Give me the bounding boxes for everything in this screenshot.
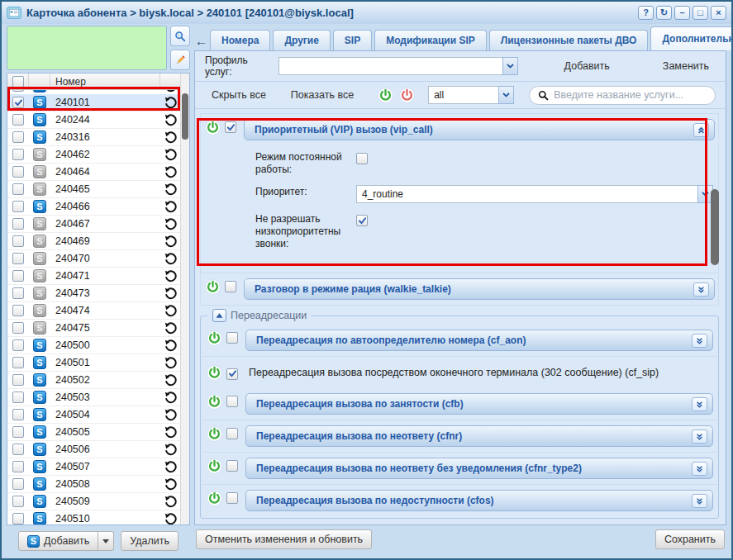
history-button[interactable] [160,149,180,161]
list-item[interactable]: S240510 [7,510,180,524]
row-checkbox[interactable] [12,461,24,472]
history-button[interactable] [160,201,180,213]
row-checkbox[interactable] [12,253,24,264]
service-checkbox[interactable] [225,281,236,292]
row-checkbox[interactable] [12,97,24,108]
row-checkbox[interactable] [12,426,24,438]
service-panel-header[interactable]: Разговор в режиме рация (walkie_talkie) [244,278,715,300]
row-checkbox[interactable] [12,90,24,92]
service-checkbox[interactable] [226,332,238,344]
profile-replace-button[interactable]: Заменить [656,57,716,75]
disable-all-icon[interactable] [398,87,415,103]
history-button[interactable] [160,235,180,248]
power-icon[interactable] [206,330,222,346]
history-button[interactable] [160,218,180,230]
expand-icon[interactable] [693,282,709,297]
list-item[interactable]: S240500 [7,337,180,354]
list-item[interactable]: S240506 [7,441,180,458]
row-checkbox[interactable] [12,183,24,195]
list-item[interactable]: S240462 [7,146,180,164]
row-checkbox[interactable] [12,496,24,507]
history-button[interactable] [160,270,180,282]
search-button[interactable] [170,26,190,46]
history-button[interactable] [160,444,180,456]
chevron-down-icon[interactable] [502,57,518,75]
expand-icon[interactable] [692,462,707,476]
hide-all-button[interactable]: Скрыть все [205,86,273,104]
service-panel-header[interactable]: Переадресация вызова по неответу без уве… [245,458,713,479]
history-button[interactable] [160,513,180,525]
select-all-checkbox[interactable] [12,76,24,88]
list-item[interactable]: S240467 [7,216,180,233]
close-button[interactable]: × [711,6,726,20]
power-icon[interactable] [206,425,222,442]
power-icon[interactable] [206,393,222,410]
service-panel-header[interactable]: Переадресация вызова по недоступности (c… [245,490,713,511]
add-subscriber-button[interactable]: S Добавить [18,531,98,551]
history-button[interactable] [160,97,180,109]
tab-scroll-left-icon[interactable]: ← [195,31,207,50]
number-column-header[interactable]: Номер [50,74,160,89]
field-checkbox[interactable] [356,153,368,164]
row-checkbox[interactable] [12,478,24,490]
row-checkbox[interactable] [12,270,24,282]
service-filter-select[interactable]: all [428,86,514,104]
delete-subscriber-button[interactable]: Удалить [121,531,178,551]
list-item[interactable]: S240101 [7,94,180,112]
history-button[interactable] [160,322,180,335]
history-button[interactable] [160,461,180,473]
history-button[interactable] [160,305,180,317]
profile-add-button[interactable]: Добавить [558,57,616,75]
row-checkbox[interactable] [12,339,24,351]
edit-button[interactable] [170,50,190,70]
enable-all-icon[interactable] [377,87,393,103]
list-item[interactable]: S240471 [7,268,180,285]
chevron-down-icon[interactable] [498,86,514,104]
row-checkbox[interactable] [12,444,24,455]
history-button[interactable] [160,426,180,439]
row-checkbox[interactable] [12,114,24,126]
expand-icon[interactable] [692,494,707,508]
row-checkbox[interactable] [12,218,24,230]
history-button[interactable] [160,496,180,508]
service-search-input[interactable] [554,89,707,101]
service-profile-select[interactable] [278,57,517,75]
tab-4[interactable]: Модификации SIP [374,30,487,50]
history-button[interactable] [160,409,180,421]
maximize-button[interactable]: □ [693,6,708,20]
tab-1[interactable]: Номера [210,30,270,50]
power-icon[interactable] [206,490,222,506]
list-item[interactable]: S240474 [7,302,180,320]
list-item[interactable]: S240509 [7,493,180,510]
service-panel-header[interactable]: Приоритетный (VIP) вызов (vip_call) [244,119,715,140]
row-checkbox[interactable] [12,392,24,403]
tab-5[interactable]: Лицензионные пакеты ДВО [489,30,649,50]
list-item[interactable]: S240470 [7,250,180,268]
priority-select[interactable]: 4_routine [356,185,713,203]
list-item[interactable]: S240507 [7,458,180,476]
service-panel-header[interactable]: Переадресация вызова по неответу (cfnr) [245,425,713,447]
sidebar-scrollbar-thumb[interactable] [182,93,188,140]
show-all-button[interactable]: Показать все [284,86,360,104]
history-button[interactable] [160,114,180,126]
history-button[interactable] [160,374,180,387]
service-checkbox[interactable] [226,396,238,407]
services-scrollbar-thumb[interactable] [711,189,719,265]
history-button[interactable] [160,478,180,491]
row-checkbox[interactable] [12,287,24,299]
power-icon[interactable] [204,119,221,135]
history-button[interactable] [160,392,180,404]
history-button[interactable] [160,287,180,300]
save-button[interactable]: Сохранить [655,529,725,549]
service-panel-header[interactable]: Переадресация вызова по занятости (cfb) [245,393,713,415]
row-checkbox[interactable] [12,305,24,316]
service-checkbox[interactable] [225,121,236,133]
row-checkbox[interactable] [12,131,24,143]
collapse-icon[interactable] [693,123,709,137]
tab-6[interactable]: Дополнительные услуги [650,26,733,50]
list-item[interactable]: S240244 [7,112,180,129]
expand-icon[interactable] [692,429,707,444]
sidebar-scrollbar[interactable] [180,74,189,524]
list-item[interactable]: S240501 [7,354,180,372]
service-checkbox[interactable] [226,428,238,439]
